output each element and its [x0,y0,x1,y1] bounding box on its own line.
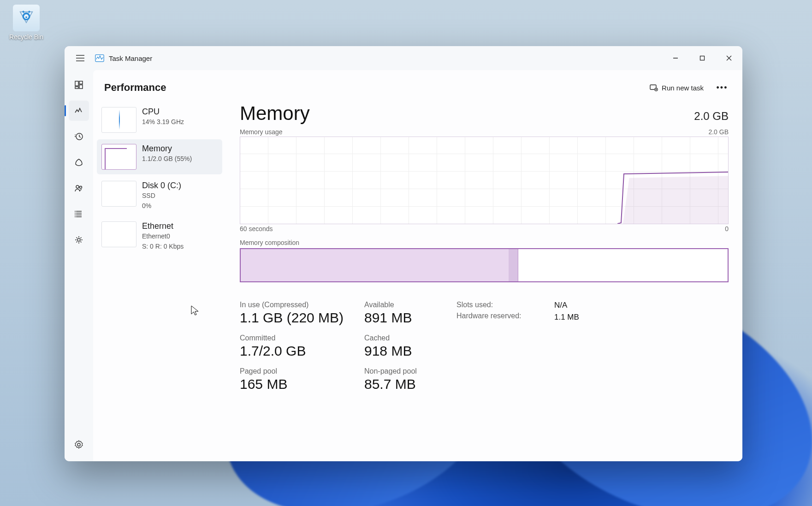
stat-label: Paged pool [240,367,364,375]
stat-label: Committed [240,334,364,342]
composition-label: Memory composition [240,239,729,246]
perf-item-label: Ethernet [142,221,218,231]
perf-item-sub: SSD [142,191,218,201]
stat-value: 165 MB [240,376,364,392]
nav-details[interactable] [69,204,89,224]
run-task-label: Run new task [662,84,704,92]
stat-cached: Cached 918 MB [364,334,456,359]
svg-point-9 [75,211,76,212]
svg-rect-2 [75,81,78,86]
nav-app-history[interactable] [69,126,89,147]
perf-item-label: Disk 0 (C:) [142,181,218,190]
composition-in-use [241,249,509,281]
desktop-icon-label: Recycle Bin [6,33,47,41]
svg-point-11 [75,214,76,215]
run-new-task-button[interactable]: Run new task [644,80,709,95]
hamburger-button[interactable] [71,49,89,67]
svg-point-13 [77,238,80,241]
stat-label: Available [364,301,456,309]
info-value: N/A [554,301,729,310]
usage-graph-block: Memory usage 2.0 GB 60 seconds 0 [240,128,729,232]
info-label: Slots used: [456,301,549,309]
performance-sidebar: CPU 14% 3.19 GHz Memory 1.1/2.0 GB (55%) [97,102,226,461]
stat-in-use: In use (Compressed) 1.1 GB (220 MB) [240,301,364,326]
nav-performance[interactable] [69,101,89,121]
titlebar[interactable]: Task Manager [65,46,742,70]
perf-item-cpu[interactable]: CPU 14% 3.19 GHz [97,102,222,137]
info-values: N/A 1.1 MB [549,301,729,322]
stat-value: 1.7/2.0 GB [240,343,364,359]
info-label: Hardware reserved: [456,312,549,320]
detail-title: Memory [240,102,310,125]
stat-value: 1.1 GB (220 MB) [240,310,364,326]
nav-services[interactable] [69,230,89,250]
stat-value: 918 MB [364,343,456,359]
info-labels: Slots used: Hardware reserved: [456,301,549,320]
minimize-button[interactable] [662,48,689,68]
task-manager-window: Task Manager [65,46,742,461]
stat-committed: Committed 1.7/2.0 GB [240,334,364,359]
stat-label: Cached [364,334,456,342]
memory-usage-graph[interactable] [240,137,729,224]
run-task-icon [650,83,658,92]
x-axis-right: 0 [725,225,729,232]
detail-panel: Memory 2.0 GB Memory usage 2.0 GB [226,102,742,461]
perf-item-sub: 14% 3.19 GHz [142,118,218,127]
nav-rail [65,70,93,461]
composition-modified [509,249,518,281]
content-area: Performance Run new task ••• [93,70,742,461]
nav-users[interactable] [69,178,89,198]
perf-item-sub2: 0% [142,202,218,211]
graph-line [617,168,728,224]
nav-processes[interactable] [69,75,89,95]
stat-value: 891 MB [364,310,456,326]
stat-value: 85.7 MB [364,376,456,392]
nav-settings[interactable] [69,435,89,455]
detail-total: 2.0 GB [694,110,729,123]
perf-item-sub2: S: 0 R: 0 Kbps [142,242,218,251]
stats-grid: In use (Compressed) 1.1 GB (220 MB) Avai… [240,301,729,392]
app-icon [95,54,104,63]
usage-max: 2.0 GB [708,128,729,136]
svg-rect-5 [75,87,78,89]
perf-item-memory[interactable]: Memory 1.1/2.0 GB (55%) [97,139,222,174]
page-title: Performance [104,82,166,94]
memory-composition-bar[interactable] [240,248,729,282]
maximize-button[interactable] [689,48,716,68]
perf-item-sub: Ethernet0 [142,232,218,241]
stat-available: Available 891 MB [364,301,456,326]
perf-item-label: Memory [142,144,218,154]
perf-item-ethernet[interactable]: Ethernet Ethernet0 S: 0 R: 0 Kbps [97,217,222,256]
perf-item-disk[interactable]: Disk 0 (C:) SSD 0% [97,176,222,215]
nav-startup[interactable] [69,152,89,173]
usage-label: Memory usage [240,128,283,136]
more-icon: ••• [717,83,728,93]
svg-point-8 [80,186,82,189]
memory-thumb-icon [101,144,136,170]
svg-rect-1 [700,56,705,60]
more-button[interactable]: ••• [713,78,731,97]
info-value: 1.1 MB [554,313,729,322]
cpu-thumb-icon [101,107,136,133]
svg-rect-4 [79,85,83,89]
ethernet-thumb-icon [101,221,136,247]
perf-item-sub: 1.1/2.0 GB (55%) [142,155,218,164]
disk-thumb-icon [101,181,136,207]
stat-nonpaged: Non-paged pool 85.7 MB [364,367,456,392]
recycle-bin-icon [13,5,40,31]
svg-point-12 [75,216,76,217]
stat-paged: Paged pool 165 MB [240,367,364,392]
stat-label: Non-paged pool [364,367,456,375]
svg-point-7 [76,185,79,188]
close-button[interactable] [716,48,742,68]
svg-rect-3 [79,81,83,84]
x-axis-left: 60 seconds [240,225,273,232]
app-title: Task Manager [109,54,152,62]
svg-point-10 [75,213,76,214]
svg-point-14 [77,443,80,446]
stat-label: In use (Compressed) [240,301,364,309]
desktop-icon-recycle-bin[interactable]: Recycle Bin [6,5,47,41]
perf-item-label: CPU [142,107,218,117]
